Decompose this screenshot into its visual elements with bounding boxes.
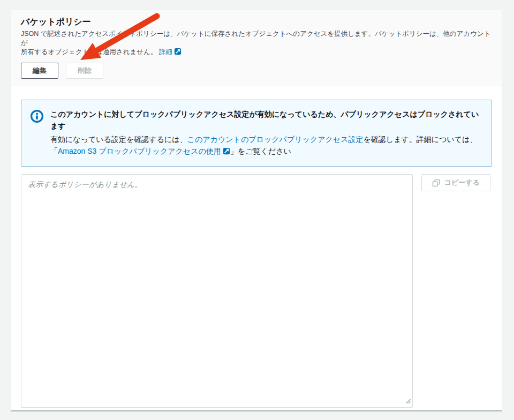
policy-viewer-row: 表示するポリシーがありません。 コピーする (21, 174, 492, 408)
policy-editor-area[interactable]: 表示するポリシーがありません。 (21, 174, 413, 408)
copy-button[interactable]: コピーする (421, 174, 490, 191)
bucket-policy-body: このアカウントに対してブロックパブリックアクセス設定が有効になっているため、パブ… (11, 86, 502, 420)
s3-block-public-access-docs-link[interactable]: Amazon S3 ブロックパブリックアクセスの使用 (58, 147, 221, 155)
external-link-icon (223, 146, 230, 158)
policy-empty-placeholder: 表示するポリシーがありません。 (21, 175, 412, 195)
details-link[interactable]: 詳細 (159, 48, 172, 56)
description-line-2: 所有するオブジェクトには適用されません。 詳細 (21, 48, 492, 58)
description-line-1: JSON で記述されたアクセスポイントポリシーは、バケットに保存されたオブジェク… (21, 29, 492, 48)
external-link-icon (174, 48, 182, 58)
bucket-policy-card: バケットポリシー JSON で記述されたアクセスポイントポリシーは、バケットに保… (11, 10, 502, 411)
alert-title: このアカウントに対してブロックパブリックアクセス設定が有効になっているため、パブ… (50, 108, 483, 132)
policy-actions: 編集 削除 (21, 63, 492, 79)
copy-button-label: コピーする (444, 178, 480, 188)
info-icon (30, 109, 44, 125)
edit-button[interactable]: 編集 (21, 63, 58, 79)
resize-handle-icon[interactable] (405, 396, 411, 406)
alert-message: 有効になっている設定を確認するには、このアカウントのブロックパブリックアクセス設… (50, 133, 483, 158)
copy-icon (432, 179, 440, 187)
public-access-blocked-alert: このアカウントに対してブロックパブリックアクセス設定が有効になっているため、パブ… (21, 100, 492, 167)
account-block-public-access-link[interactable]: このアカウントのブロックパブリックアクセス設定 (187, 135, 364, 144)
page-title: バケットポリシー (21, 16, 492, 28)
bucket-policy-description: JSON で記述されたアクセスポイントポリシーは、バケットに保存されたオブジェク… (21, 29, 492, 58)
delete-button[interactable]: 削除 (66, 63, 103, 79)
bucket-policy-header: バケットポリシー JSON で記述されたアクセスポイントポリシーは、バケットに保… (11, 10, 502, 86)
alert-content: このアカウントに対してブロックパブリックアクセス設定が有効になっているため、パブ… (50, 108, 483, 158)
